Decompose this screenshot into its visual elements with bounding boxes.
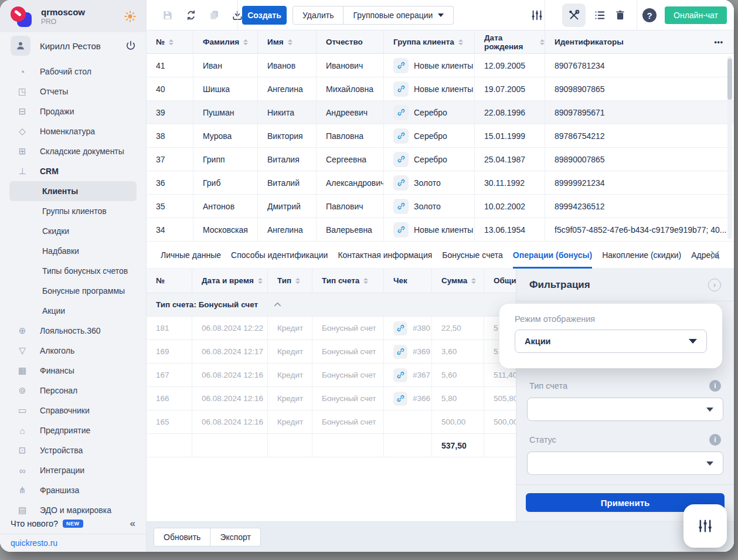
tab-4[interactable]: Бонусные счета	[442, 242, 503, 269]
client-group-chip: Золото	[393, 175, 441, 191]
table-row[interactable]: 35АнтоновДмитрийПавловичЗолото10.02.2002…	[147, 195, 734, 218]
link-icon[interactable]	[393, 175, 409, 191]
sidebar-item[interactable]: ⊕Лояльность.360	[0, 321, 146, 341]
sidebar-item[interactable]: Бонусные программы	[0, 281, 146, 301]
sidebar-item[interactable]: ⊞Складские документы	[0, 141, 146, 161]
filter-fab-button[interactable]	[683, 504, 727, 548]
list-icon[interactable]	[593, 9, 606, 22]
sidebar-item[interactable]: ◔Рабочий стол	[0, 62, 146, 82]
site-link[interactable]: quickresto.ru	[11, 538, 57, 548]
table-cell: Андреевич	[317, 101, 384, 124]
create-button[interactable]: Создать	[242, 6, 287, 25]
copy-icon[interactable]	[209, 9, 220, 21]
tab-6[interactable]: Накопление (скидки)	[602, 242, 681, 269]
link-icon[interactable]	[393, 199, 409, 214]
link-icon[interactable]	[393, 345, 407, 359]
sidebar-item[interactable]: Клиенты	[9, 181, 137, 201]
tab-1[interactable]: Личные данные	[161, 242, 221, 269]
table-row[interactable]: 39ПушманНикитаАндреевичСеребро22.08.1996…	[147, 101, 734, 124]
sidebar-item[interactable]: ▦Финансы	[0, 361, 146, 381]
user-row[interactable]: Кирилл Рестов	[0, 32, 146, 59]
export-button[interactable]: Экспорт	[210, 528, 261, 547]
sidebar-item[interactable]: ▤ЭДО и маркировка	[0, 500, 146, 515]
sidebar-item-label: Лояльность.360	[40, 326, 101, 335]
sidebar-item[interactable]: ▽Алкоголь	[0, 341, 146, 361]
column-header[interactable]: Тип	[268, 269, 312, 293]
delete-button[interactable]: Удалить	[293, 6, 344, 25]
collapse-panel-icon[interactable]: ›	[708, 279, 721, 291]
link-icon[interactable]	[393, 222, 409, 237]
sidebar-item-label: Продажи	[40, 107, 74, 116]
sidebar-item[interactable]: ⊡Устройства	[0, 440, 146, 460]
sort-icon	[458, 39, 463, 45]
table-row[interactable]: 36ГрибВиталийАлександровичЗолото30.11.19…	[147, 171, 734, 195]
status-select[interactable]	[527, 452, 723, 475]
close-icon[interactable]	[709, 249, 721, 261]
sidebar-item[interactable]: ⌂Предприятие	[0, 420, 146, 440]
link-icon[interactable]	[393, 105, 409, 120]
sidebar-item-label: Группы клиентов	[42, 206, 107, 216]
link-icon[interactable]	[393, 58, 409, 73]
column-header[interactable]: Тип счета	[312, 269, 384, 293]
sidebar-item[interactable]: ⋔Франшиза	[0, 480, 146, 500]
theme-toggle-sun-icon[interactable]	[124, 10, 137, 23]
group-operations-button[interactable]: Групповые операции	[344, 6, 454, 25]
tools-icon[interactable]	[562, 4, 586, 27]
info-icon[interactable]: i	[709, 434, 721, 446]
table-cell: 89890007865	[545, 148, 734, 171]
table-row[interactable]: 34МосковскаяАнгелинаВалерьевнаНовые клие…	[147, 218, 734, 242]
column-header-label: Дата рождения	[484, 33, 536, 51]
account-type-select[interactable]	[527, 398, 723, 421]
sidebar-item[interactable]: ⊥CRM	[0, 161, 146, 181]
sidebar-item[interactable]: ▭Справочники	[0, 401, 146, 420]
table-row[interactable]: 37ГриппВиталияСергеевнаСеребро25.04.1987…	[147, 148, 734, 171]
link-icon[interactable]	[393, 128, 409, 144]
tab-2[interactable]: Способы идентификации	[231, 242, 328, 269]
column-header[interactable]: №	[147, 30, 193, 53]
columns-more-icon[interactable]: •••	[714, 30, 723, 54]
link-icon[interactable]	[393, 368, 407, 382]
help-icon[interactable]: ?	[642, 8, 657, 22]
sidebar-item[interactable]: ∞Интеграции	[0, 460, 146, 480]
column-header[interactable]: Сумма	[432, 269, 484, 293]
sidebar-item[interactable]: ⊟Продажи	[0, 101, 146, 121]
chevron-up-icon[interactable]	[273, 300, 282, 309]
table-row[interactable]: 38МуроваВикторияПавловнаСеребро15.01.199…	[147, 124, 734, 148]
sliders-icon[interactable]	[530, 9, 543, 22]
column-header[interactable]: Дата рождения	[475, 30, 545, 53]
whats-new-row[interactable]: Что нового? NEW «	[0, 515, 146, 532]
column-header[interactable]: Группа клиента	[384, 30, 475, 53]
column-header[interactable]: Дата и время	[192, 269, 268, 293]
trash-icon[interactable]	[614, 9, 626, 21]
link-icon[interactable]	[393, 152, 409, 167]
sidebar-item-label: Номенклатура	[40, 127, 95, 136]
save-icon[interactable]	[162, 9, 174, 21]
link-icon[interactable]	[393, 392, 407, 406]
sidebar-item[interactable]: Группы клиентов	[0, 201, 146, 221]
link-icon[interactable]	[393, 82, 409, 97]
refresh-button[interactable]: Обновить	[154, 528, 210, 547]
info-icon[interactable]: i	[709, 380, 721, 392]
link-icon[interactable]	[393, 321, 407, 335]
sidebar-item[interactable]: Акции	[0, 301, 146, 321]
sidebar-item[interactable]: Типы бонусных счетов	[0, 261, 146, 281]
sidebar-item[interactable]: Скидки	[0, 221, 146, 241]
sidebar-item[interactable]: ◳Отчеты	[0, 82, 146, 101]
scrollbar-thumb[interactable]	[727, 59, 732, 100]
sidebar-item[interactable]: Надбавки	[0, 241, 146, 261]
display-mode-select[interactable]: Акции	[515, 330, 707, 353]
sidebar-item[interactable]: ⊚Персонал	[0, 381, 146, 401]
collapse-sidebar-icon[interactable]: «	[130, 518, 135, 530]
table-cell: Михайловна	[317, 77, 384, 100]
sidebar-item[interactable]: ◇Номенклатура	[0, 121, 146, 141]
column-header[interactable]: Имя	[258, 30, 317, 53]
table-row[interactable]: 41ИванИвановИвановичНовые клиенты12.09.2…	[147, 54, 734, 77]
column-header-label: Тип счета	[322, 276, 359, 285]
table-row[interactable]: 40ШишкаАнгелинаМихайловнаНовые клиенты19…	[147, 77, 734, 101]
tab-5[interactable]: Операции (бонусы)	[513, 242, 592, 269]
online-chat-button[interactable]: Онлайн-чат	[665, 6, 727, 24]
column-header[interactable]: Фамилия	[193, 30, 258, 53]
tab-3[interactable]: Контактная информация	[338, 242, 432, 269]
refresh-icon[interactable]	[185, 9, 197, 21]
logout-power-icon[interactable]	[125, 40, 137, 52]
